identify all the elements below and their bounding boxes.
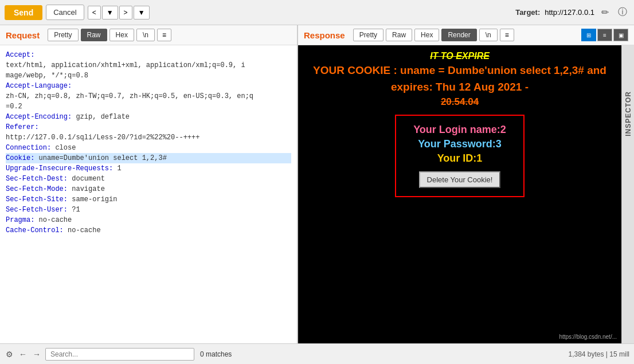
pragma-key: Pragma: [6,216,34,224]
cancel-button[interactable]: Cancel [46,5,84,20]
request-panel-header: Request Pretty Raw Hex \n ≡ [0,25,297,45]
forward-icon-button[interactable]: → [32,349,42,360]
referer-val: http://127.0.0.1/sqli/Less-20/?id=2%22%2… [6,134,199,142]
target-label: Target: [515,8,540,17]
accept-key: Accept: [6,51,34,59]
inspector-sidebar: INSPECTOR [621,45,634,343]
connection-val: close [51,144,76,152]
accept-lang-val: zh-CN, zh;q=0.8, zh-TW;q=0.7, zh-HK;q=0.… [6,92,253,100]
view-single-button[interactable]: ▣ [613,29,628,41]
response-panel: Response Pretty Raw Hex Render \n ≡ ⊞ ≡ … [298,25,634,343]
sec-mode-val: navigate [68,185,105,193]
accept-val: text/html, application/xhtml+xml, applic… [6,61,245,69]
search-input[interactable] [45,348,194,361]
login-password: Your Password:3 [413,138,506,150]
expires-date: 20.54.04 [441,96,479,108]
sec-dest-val: document [68,175,105,183]
tab-newline-request[interactable]: \n [136,29,155,41]
sec-user-key: Sec-Fetch-User: [6,206,68,214]
request-panel: Request Pretty Raw Hex \n ≡ Accept: text… [0,25,298,343]
send-button[interactable]: Send [5,5,42,20]
tab-hex-response[interactable]: Hex [414,29,439,41]
sec-user-val: ?1 [68,206,80,214]
referer-key: Referer: [6,123,39,131]
matches-label: 0 matches [200,350,232,358]
inspector-label: INSPECTOR [624,91,632,136]
target-info: Target: http://127.0.0.1 ✏ ⓘ [515,5,629,19]
sec-dest-key: Sec-Fetch-Dest: [6,175,68,183]
view-list-button[interactable]: ≡ [597,29,612,41]
nav-fwd-button[interactable]: > [119,6,132,19]
status-label: 1,384 bytes | 15 mill [568,350,629,358]
response-body: IT TO EXPIRE YOUR COOKIE : uname = Dumbe… [298,45,621,343]
accept-enc-key: Accept-Encoding: [6,113,72,121]
login-box: Your Login name:2 Your Password:3 Your I… [395,115,525,197]
pragma-val: no-cache [34,216,72,224]
nav-back-button[interactable]: < [88,6,101,19]
edit-target-button[interactable]: ✏ [599,6,611,19]
watermark: https://blog.csdn.net/... [559,334,617,340]
cookie-text2: expires: Thu 12 Aug 2021 - [391,80,529,95]
settings-icon-button[interactable]: ⚙ [5,349,14,360]
sec-site-val: same-origin [68,195,117,203]
cookie-text: YOUR COOKIE : uname = Dumbe'union select… [313,64,606,78]
view-toggle-group: ⊞ ≡ ▣ [581,29,628,41]
login-id: Your ID:1 [413,152,506,165]
request-body: Accept: text/html, application/xhtml+xml… [0,45,297,343]
rendered-content: IT TO EXPIRE YOUR COOKIE : uname = Dumbe… [298,45,621,343]
response-menu-button[interactable]: ≡ [500,29,514,41]
cache-val: no-cache [64,226,101,234]
expire-text: IT TO EXPIRE [430,51,490,61]
main-content: Request Pretty Raw Hex \n ≡ Accept: text… [0,25,634,343]
accept-lang-key: Accept-Language: [6,82,72,90]
request-menu-button[interactable]: ≡ [157,29,171,41]
tab-render-response[interactable]: Render [441,29,476,41]
cache-key: Cache-Control: [6,226,64,234]
connection-key: Connection: [6,144,51,152]
accept-val2: mage/webp, */*;q=0.8 [6,72,88,80]
upgrade-key: Upgrade-Insecure-Requests: [6,165,113,173]
view-split-button[interactable]: ⊞ [581,29,596,41]
tab-pretty-request[interactable]: Pretty [48,29,78,41]
request-title: Request [6,30,40,40]
upgrade-val: 1 [113,165,121,173]
accept-lang-val2: =0.2 [6,103,22,111]
accept-enc-val: gzip, deflate [72,113,130,121]
nav-back-arrow-button[interactable]: ▼ [102,6,118,19]
sec-site-key: Sec-Fetch-Site: [6,195,68,203]
sec-mode-key: Sec-Fetch-Mode: [6,185,68,193]
login-name: Your Login name:2 [413,124,506,136]
tab-raw-request[interactable]: Raw [81,29,107,41]
tab-raw-response[interactable]: Raw [386,29,412,41]
cookie-line: Cookie: uname=Dumbe'union select 1,2,3# [6,153,291,163]
info-button[interactable]: ⓘ [616,5,629,19]
tab-hex-request[interactable]: Hex [109,29,134,41]
nav-fwd-arrow-button[interactable]: ▼ [134,6,150,19]
tab-pretty-response[interactable]: Pretty [353,29,383,41]
response-title: Response [304,30,345,40]
bottom-bar: ⚙ ← → 0 matches 1,384 bytes | 15 mill [0,343,634,364]
response-header: Response Pretty Raw Hex Render \n ≡ ⊞ ≡ … [298,25,634,45]
tab-newline-response[interactable]: \n [479,29,498,41]
back-icon-button[interactable]: ← [18,349,28,360]
target-url: http://127.0.0.1 [545,8,594,17]
nav-group: < ▼ > ▼ [88,6,150,19]
response-panel-row: IT TO EXPIRE YOUR COOKIE : uname = Dumbe… [298,45,634,343]
delete-cookie-button[interactable]: Delete Your Cookie! [419,171,501,188]
top-toolbar: Send Cancel < ▼ > ▼ Target: http://127.0… [0,0,634,25]
